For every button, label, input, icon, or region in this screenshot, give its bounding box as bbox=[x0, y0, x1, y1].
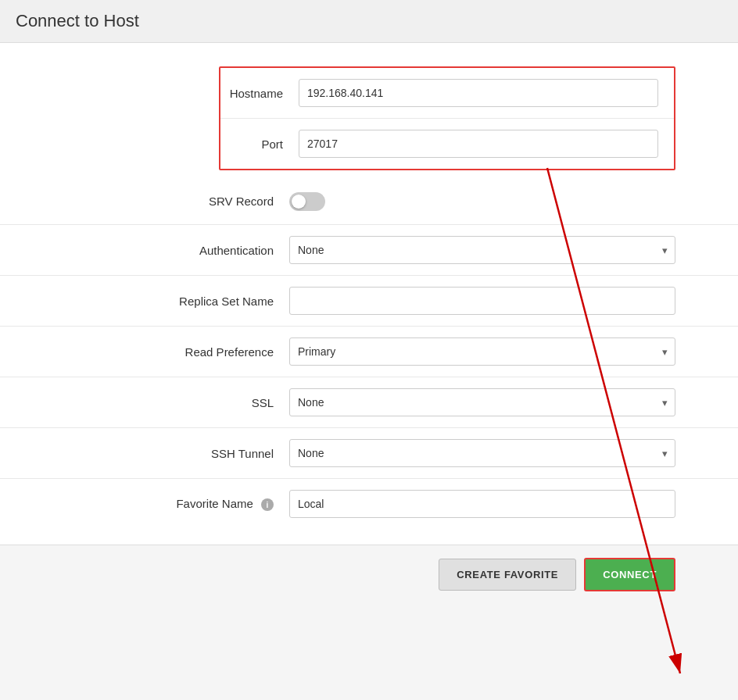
hostname-label: Hostname bbox=[220, 87, 299, 100]
favorite-name-input[interactable] bbox=[289, 490, 675, 518]
read-preference-label: Read Preference bbox=[0, 345, 289, 359]
page-title: Connect to Host bbox=[16, 11, 722, 31]
ssl-select[interactable]: None System CA / Atlas Server Validation… bbox=[289, 388, 675, 416]
hostname-input[interactable] bbox=[299, 79, 658, 107]
page-header: Connect to Host bbox=[0, 0, 738, 43]
ssh-tunnel-row: SSH Tunnel None Password Identity File bbox=[0, 428, 738, 479]
port-input[interactable] bbox=[299, 130, 658, 158]
replica-set-input[interactable] bbox=[289, 287, 675, 315]
read-preference-select-wrapper: Primary Primary Preferred Secondary Seco… bbox=[289, 338, 675, 366]
ssl-row: SSL None System CA / Atlas Server Valida… bbox=[0, 377, 738, 428]
replica-set-row: Replica Set Name bbox=[0, 276, 738, 327]
hostname-row: Hostname bbox=[220, 68, 674, 119]
highlighted-group: Hostname Port bbox=[219, 66, 675, 170]
ssh-tunnel-select[interactable]: None Password Identity File bbox=[289, 439, 675, 467]
authentication-row: Authentication None Username / Password … bbox=[0, 225, 738, 276]
authentication-select-wrapper: None Username / Password X.509 Kerberos … bbox=[289, 236, 675, 264]
port-label: Port bbox=[220, 138, 299, 151]
form-container: Hostname Port SRV Record Authentication bbox=[0, 43, 738, 545]
ssh-tunnel-label: SSH Tunnel bbox=[0, 447, 289, 460]
authentication-select[interactable]: None Username / Password X.509 Kerberos … bbox=[289, 236, 675, 264]
ssh-tunnel-select-wrapper: None Password Identity File bbox=[289, 439, 675, 467]
read-preference-select[interactable]: Primary Primary Preferred Secondary Seco… bbox=[289, 338, 675, 366]
authentication-label: Authentication bbox=[0, 244, 289, 257]
ssl-select-wrapper: None System CA / Atlas Server Validation… bbox=[289, 388, 675, 416]
replica-set-label: Replica Set Name bbox=[0, 295, 289, 308]
favorite-name-info-icon: i bbox=[261, 498, 274, 511]
srv-record-toggle-container bbox=[289, 192, 675, 211]
toggle-slider bbox=[289, 192, 325, 211]
srv-record-label: SRV Record bbox=[0, 195, 289, 208]
page-container: Connect to Host Hostname Port SRV Record bbox=[0, 0, 738, 604]
connect-button[interactable]: CONNECT bbox=[584, 558, 675, 591]
favorite-name-label: Favorite Name i bbox=[0, 497, 289, 512]
footer: CREATE FAVORITE CONNECT bbox=[0, 545, 738, 604]
create-favorite-button[interactable]: CREATE FAVORITE bbox=[439, 559, 576, 591]
port-row: Port bbox=[220, 119, 674, 169]
favorite-name-row: Favorite Name i bbox=[0, 479, 738, 529]
ssl-label: SSL bbox=[0, 396, 289, 409]
srv-record-row: SRV Record bbox=[0, 178, 738, 225]
srv-record-toggle[interactable] bbox=[289, 192, 325, 211]
read-preference-row: Read Preference Primary Primary Preferre… bbox=[0, 327, 738, 377]
